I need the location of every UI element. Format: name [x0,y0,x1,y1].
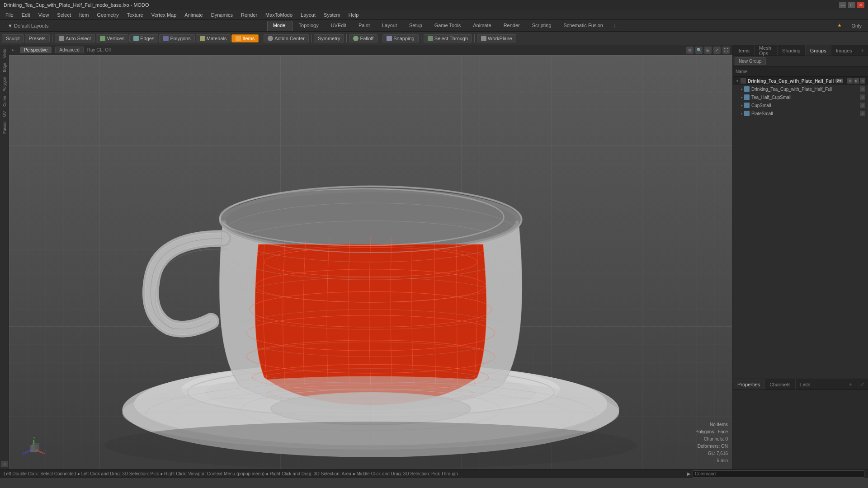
sidebar-item-verts[interactable]: Verts [1,47,8,60]
falloff-button[interactable]: Falloff [349,34,377,42]
vis-btn-1[interactable]: V [847,78,853,84]
minimize-button[interactable]: — [839,2,846,8]
polygons-button[interactable]: Polygons [159,34,194,42]
star-label[interactable]: ★ [833,21,846,30]
tree-item-tea-half[interactable]: ▸ Tea_Half_CupSmall V [733,93,868,101]
vertices-button[interactable]: Vertices [96,34,128,42]
tab-default-layouts[interactable]: ▼ Default Layouts [2,21,54,30]
menu-layout[interactable]: Layout [297,11,319,19]
workplane-button[interactable]: WorkPlane [477,34,516,42]
maximize-button[interactable]: □ [848,2,855,8]
menu-render[interactable]: Render [237,11,261,19]
menu-system[interactable]: System [320,11,344,19]
advanced-button[interactable]: Advanced [55,47,83,53]
presets-button[interactable]: Presets [25,34,50,42]
tree-item-cup-full[interactable]: ▸ Drinking_Tea_Cup_with_Plate_Half_Full … [733,85,868,93]
menu-dynamics[interactable]: Dynamics [208,11,236,19]
br-tab-channels[interactable]: Channels [765,379,795,389]
arrow-4: ▸ [741,112,743,116]
tree-item-cupsmall[interactable]: ▸ CupSmall V [733,101,868,109]
vp-settings-icon[interactable]: ⚙ [686,47,693,54]
br-tab-lists[interactable]: Lists [796,379,816,389]
menu-texture[interactable]: Texture [123,11,147,19]
select-through-button[interactable]: Select Through [424,34,472,42]
mesh-icon-1 [744,86,750,92]
tab-setup[interactable]: Setup [403,21,428,31]
new-group-button[interactable]: New Group [735,57,766,65]
br-tab-add-icon[interactable]: + [845,380,856,389]
toolbar-separator-6 [421,34,421,42]
tab-game-tools[interactable]: Game Tools [429,21,467,31]
tab-layout[interactable]: Layout [376,21,403,31]
edges-button[interactable]: Edges [129,34,158,42]
tab-add-button[interactable]: + [609,21,620,31]
sidebar-item-curve[interactable]: Curve [1,94,8,108]
vis-item-btn-4[interactable]: V [860,111,865,116]
tab-animate[interactable]: Animate [467,21,497,31]
tab-scripting[interactable]: Scripting [526,21,557,31]
tab-uvedit[interactable]: UVEdit [325,21,352,31]
snapping-button[interactable]: Snapping [382,34,419,42]
menu-geometry[interactable]: Geometry [93,11,122,19]
menu-select[interactable]: Select [53,11,75,19]
action-center-icon [268,36,273,41]
menu-animate[interactable]: Animate [181,11,206,19]
sidebar-item-edge[interactable]: Edge [1,61,8,74]
rp-tab-images[interactable]: Images [831,45,857,56]
command-input[interactable] [693,470,864,478]
vp-fullscreen-icon[interactable]: ⛶ [722,47,730,54]
action-center-button[interactable]: Action Center [264,34,309,42]
only-label[interactable]: Only [847,22,866,30]
tree-item-platesmall[interactable]: ▸ PlateSmall V [733,109,868,117]
vis-btn-2[interactable]: R [854,78,859,84]
vp-maximize-icon[interactable]: ⤢ [713,47,721,54]
rp-tab-shading[interactable]: Shading [778,45,805,56]
rp-tab-mesh-ops[interactable]: Mesh Ops [755,45,778,56]
channels-text: Channels: 0 [695,436,728,443]
sidebar-collapse-icon[interactable]: ◁ [1,461,8,467]
menu-help[interactable]: Help [345,11,363,19]
br-tab-properties[interactable]: Properties [733,379,765,389]
vp-search-icon[interactable]: 🔍 [695,47,703,54]
vp-icons-right: ⚙ 🔍 ⊞ ⤢ ⛶ [686,47,730,54]
tab-model[interactable]: Model [267,21,292,31]
vis-btn-3[interactable]: S [860,78,865,84]
titlebar-controls[interactable]: — □ ✕ [839,2,864,8]
edges-icon [133,36,139,41]
vis-item-btn-2[interactable]: V [860,94,865,100]
tab-paint[interactable]: Paint [353,21,376,31]
scene-tree-header: Name [733,67,868,77]
item-vis-icons-2: V [860,94,865,100]
items-button[interactable]: Items [231,34,259,42]
menu-maxtomodo[interactable]: MaxToModo [262,11,296,19]
sidebar-item-uv[interactable]: UV [1,109,8,119]
rp-tab-groups[interactable]: Groups [806,45,831,56]
symmetry-button[interactable]: Symmetry [314,34,344,42]
rp-tab-items[interactable]: Items [733,45,755,56]
item-label-4: PlateSmall [751,111,773,116]
main-area: Verts Edge Polygon Curve UV Fusion ◁ ▸ P… [0,45,868,469]
perspective-button[interactable]: Perspective [20,47,52,53]
tree-item-group[interactable]: ▼ Drinking_Tea_Cup_with_Plate_Half_Full … [733,77,868,85]
menu-vertex-map[interactable]: Vertex Map [148,11,180,19]
close-button[interactable]: ✕ [857,2,864,8]
sculpt-button[interactable]: Sculpt [2,34,24,42]
viewport-3d[interactable]: X Y Z No Items Polygons : Face Channels:… [9,55,732,469]
menu-view[interactable]: View [35,11,53,19]
menu-file[interactable]: File [2,11,17,19]
tab-topology[interactable]: Topology [293,21,325,31]
materials-button[interactable]: Materials [196,34,231,42]
menu-item[interactable]: Item [75,11,92,19]
tab-schematic-fusion[interactable]: Schematic Fusion [558,21,609,31]
sidebar-item-fusion[interactable]: Fusion [1,120,8,136]
sidebar-item-polygon[interactable]: Polygon [1,75,8,94]
tab-render[interactable]: Render [498,21,526,31]
rp-tab-add-icon[interactable]: + [857,46,868,55]
vis-item-btn-3[interactable]: V [860,103,865,108]
autoselect-button[interactable]: Auto Select [55,34,95,42]
vp-expand-icon[interactable]: ▸ [12,47,14,53]
menu-edit[interactable]: Edit [18,11,34,19]
br-expand-icon[interactable]: ⤢ [856,380,868,389]
vp-snap-icon[interactable]: ⊞ [704,47,712,54]
vis-item-btn-1[interactable]: V [860,86,865,92]
